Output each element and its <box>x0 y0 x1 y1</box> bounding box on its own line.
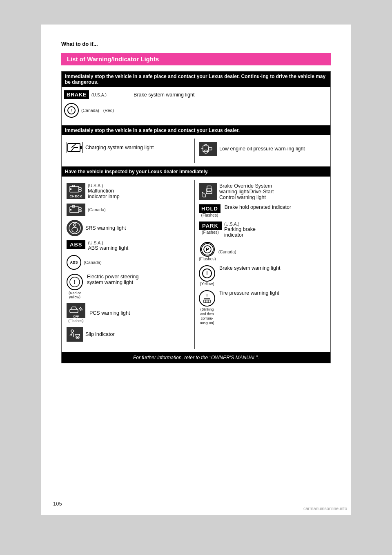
abs-usa-text-block: (U.S.A.) ABS warning light <box>88 240 128 251</box>
brake-system-warning-label: Brake system warning light <box>134 92 194 98</box>
tire-sub-label: (Blinkingand thencontinu-ously on) <box>200 307 214 325</box>
hold-icon: HOLD <box>199 204 220 213</box>
slip-icon-wrapper <box>67 327 83 342</box>
inspect-left-panel: CHECK (U.S.A.) Malfunctionindicator lamp <box>64 180 194 349</box>
brake-canada-inner: ! <box>67 106 76 114</box>
brake-yellow-inner: ! <box>202 269 212 278</box>
park-icon: PARK <box>199 222 222 230</box>
p-circle-flashes-label: (Flashes) <box>199 257 216 261</box>
brake-usa-icon-wrapper: BRAKE <box>64 90 89 99</box>
slip-label: Slip indicator <box>85 331 115 337</box>
stop-box-2-content: Charging system warning light <box>62 135 330 166</box>
check-usa-label: (U.S.A.) <box>88 183 120 188</box>
check-text-block: (U.S.A.) Malfunctionindicator lamp <box>88 183 120 199</box>
tire-label: Tire pressure warning light <box>219 290 279 296</box>
brake-canada-label: (Canada) <box>81 108 99 113</box>
charging-icon <box>67 142 83 153</box>
svg-text:!: ! <box>206 293 207 298</box>
pcs-label: PCS warning light <box>89 310 130 316</box>
srs-icon <box>67 220 83 236</box>
inspect-panels: CHECK (U.S.A.) Malfunctionindicator lamp <box>64 180 328 349</box>
pcs-icon-wrapper: OFF (Flashes) <box>67 303 85 323</box>
abs-canada-icon-wrapper: ABS <box>67 255 81 270</box>
inspect-right-panel: Brake Override Systemwarning light/Drive… <box>194 180 328 349</box>
svg-rect-1 <box>80 146 82 149</box>
svg-line-4 <box>71 148 74 151</box>
slip-svg <box>67 328 82 340</box>
svg-line-2 <box>71 144 76 148</box>
brake-yellow-row: ! (Yellow) Brake system warning light <box>199 265 324 286</box>
stop-box-1-header: Immediately stop the vehicle in a safe p… <box>62 72 330 87</box>
stop-box-1: Immediately stop the vehicle in a safe p… <box>62 72 330 125</box>
eps-svg: ! <box>69 276 80 288</box>
stop-box-2-header: Immediately stop the vehicle in a safe p… <box>62 125 330 135</box>
malfunction-label: Malfunctionindicator lamp <box>88 188 120 199</box>
charging-panel: Charging system warning light <box>64 139 194 163</box>
inspect-box: Have the vehicle inspected by your Lexus… <box>62 167 330 363</box>
brake-override-row: Brake Override Systemwarning light/Drive… <box>199 183 324 200</box>
abs-usa-label: (U.S.A.) <box>88 240 128 245</box>
p-circle-row: P (Flashes) (Canada) <box>199 242 324 261</box>
abs-canada-label: (Canada) <box>84 260 102 265</box>
stop-box-1-content: BRAKE (U.S.A.) Brake system warning ligh… <box>62 87 330 125</box>
inspect-box-content: CHECK (U.S.A.) Malfunctionindicator lamp <box>62 177 330 352</box>
slip-icon <box>67 327 83 342</box>
park-icon-wrapper: PARK (Flashes) <box>199 222 222 235</box>
main-table: Immediately stop the vehicle in a safe p… <box>61 71 331 363</box>
brake-usa-icon: BRAKE <box>64 90 89 99</box>
brake-override-icon-wrapper <box>199 183 217 200</box>
svg-text:!: ! <box>74 279 76 285</box>
hold-flashes-label: (Flashes) <box>201 213 218 217</box>
park-text-block: (U.S.A.) Parking brakeindicator <box>224 222 256 238</box>
charging-icon-wrapper <box>67 142 83 153</box>
pcs-svg <box>68 304 84 315</box>
eps-icon: ! <box>67 274 83 290</box>
eps-label: Electric power steeringsystem warning li… <box>87 274 138 285</box>
charging-label: Charging system warning light <box>85 145 154 150</box>
pcs-flashes-label: (Flashes) <box>68 319 84 323</box>
inspect-box-header: Have the vehicle inspected by your Lexus… <box>62 167 330 177</box>
charging-row: Charging system warning light <box>67 142 192 153</box>
p-circle-icon: P <box>200 242 215 257</box>
oil-label: Low engine oil pressure warn-ing light <box>219 146 305 152</box>
brake-usa-row: BRAKE (U.S.A.) Brake system warning ligh… <box>64 90 328 99</box>
tire-row: ! (Blinkingand thencontinu-ously on) <box>199 290 324 325</box>
pcs-icon: OFF <box>67 303 85 318</box>
abs-warning-label: ABS warning light <box>88 245 128 251</box>
oil-svg <box>200 143 215 155</box>
hold-icon-wrapper: HOLD (Flashes) <box>199 204 220 217</box>
canada-engine-icon <box>67 204 85 216</box>
tire-icon-wrapper: ! (Blinkingand thencontinu-ously on) <box>199 290 215 325</box>
page-number: 105 <box>53 501 62 507</box>
parking-brake-label: Parking brakeindicator <box>224 226 256 238</box>
canada-engine-row: (Canada) <box>67 204 192 216</box>
svg-rect-24 <box>70 209 71 210</box>
pcs-text: OFF <box>73 315 79 318</box>
brake-override-label: Brake Override Systemwarning light/Drive… <box>219 183 274 200</box>
canada-label-engine: (Canada) <box>88 207 106 212</box>
check-engine-svg <box>68 184 84 195</box>
abs-canada-icon: ABS <box>67 255 81 270</box>
p-circle-canada-label: (Canada) <box>218 249 236 254</box>
brake-red-label: (Red) <box>103 108 114 113</box>
check-icon-box: CHECK <box>67 183 85 199</box>
canada-engine-icon-wrapper <box>67 204 85 216</box>
park-usa-label: (U.S.A.) <box>224 222 256 226</box>
oil-panel: Low engine oil pressure warn-ing light <box>194 139 328 163</box>
bottom-note: For further information, refer to the "O… <box>62 352 330 363</box>
oil-icon <box>199 142 217 156</box>
tire-svg: ! <box>201 292 213 304</box>
pcs-row: OFF (Flashes) PCS warning light <box>67 303 192 323</box>
brake-yellow-label: Brake system warning light <box>219 265 280 271</box>
abs-usa-row: ABS (U.S.A.) ABS warning light <box>67 240 192 251</box>
p-circle-icon-wrapper: P (Flashes) <box>199 242 216 261</box>
page: What to do if... List of Warning/Indicat… <box>41 25 351 515</box>
brake-override-icon <box>199 183 217 200</box>
svg-text:P: P <box>206 247 209 252</box>
charging-svg <box>67 142 82 153</box>
canada-engine-svg <box>68 205 84 215</box>
brake-canada-icon: ! <box>64 103 79 118</box>
stop-box-2: Immediately stop the vehicle in a safe p… <box>62 125 330 167</box>
oil-icon-wrapper <box>199 142 217 156</box>
brake-usa-label: (U.S.A.) <box>91 92 107 97</box>
